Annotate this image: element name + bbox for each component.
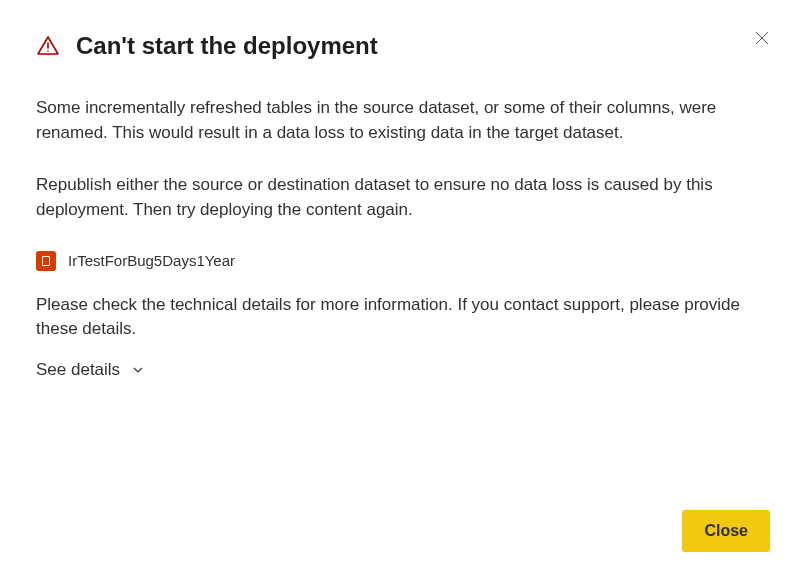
- svg-point-1: [47, 50, 49, 52]
- dialog-content: Some incrementally refreshed tables in t…: [36, 96, 770, 510]
- dataset-name: IrTestForBug5Days1Year: [68, 252, 235, 269]
- see-details-label: See details: [36, 360, 120, 380]
- close-button[interactable]: Close: [682, 510, 770, 552]
- dataset-row: IrTestForBug5Days1Year: [36, 251, 770, 271]
- chevron-down-icon: [132, 364, 144, 376]
- close-icon[interactable]: [750, 26, 774, 50]
- warning-icon: [36, 34, 60, 58]
- dataset-icon: [36, 251, 56, 271]
- see-details-toggle[interactable]: See details: [36, 360, 770, 380]
- dialog-footer: Close: [36, 510, 770, 552]
- message-paragraph-1: Some incrementally refreshed tables in t…: [36, 96, 770, 145]
- message-paragraph-2: Republish either the source or destinati…: [36, 173, 770, 222]
- dialog-title: Can't start the deployment: [76, 32, 770, 60]
- message-paragraph-3: Please check the technical details for m…: [36, 293, 770, 342]
